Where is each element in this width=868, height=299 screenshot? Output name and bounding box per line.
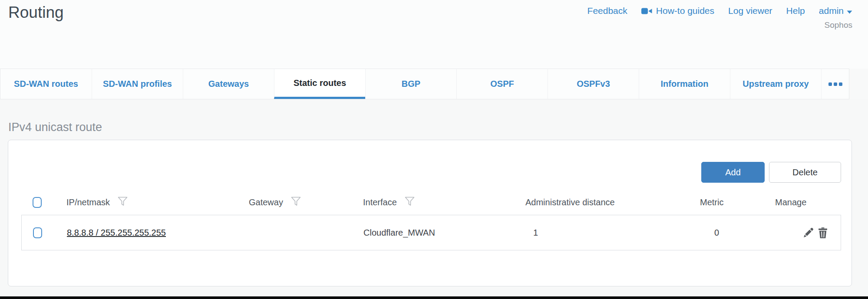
tab-upstream-proxy[interactable]: Upstream proxy <box>730 69 821 99</box>
cell-manage <box>776 227 841 239</box>
tab-ospfv3[interactable]: OSPFv3 <box>548 69 639 99</box>
column-label: Gateway <box>249 197 283 207</box>
header-checkbox-cell <box>21 197 66 208</box>
feedback-label: Feedback <box>587 6 627 16</box>
column-label: Administrative distance <box>525 197 615 207</box>
toolbar: Add Delete <box>21 162 841 183</box>
brand-label: Sophos <box>825 20 852 30</box>
column-header-gateway: Gateway <box>249 197 363 208</box>
how-to-guides-label: How-to guides <box>656 6 714 16</box>
cell-metric: 0 <box>700 228 776 238</box>
video-camera-icon <box>641 7 652 15</box>
cell-ip-netmask: 8.8.8.8 / 255.255.255.255 <box>67 228 249 238</box>
column-label: Metric <box>700 197 723 207</box>
section-title: IPv4 unicast route <box>8 121 102 134</box>
delete-icon[interactable] <box>818 227 828 239</box>
column-label: Manage <box>775 197 806 207</box>
admin-user-menu[interactable]: admin <box>819 6 852 16</box>
column-header-metric: Metric <box>700 197 775 207</box>
cell-administrative-distance: 1 <box>526 228 700 238</box>
tab-bar: SD-WAN routes SD-WAN profiles Gateways S… <box>0 69 849 99</box>
column-header-administrative-distance: Administrative distance <box>525 197 700 207</box>
tab-overflow-ellipsis-icon[interactable] <box>821 69 849 99</box>
header-nav: Feedback How-to guides Log viewer Help a… <box>587 6 852 16</box>
table-header-row: IP/netmask Gateway Interface Administrat… <box>21 190 841 215</box>
filter-icon[interactable] <box>405 197 415 208</box>
row-checkbox-cell <box>22 227 67 238</box>
routes-card: Add Delete IP/netmask Gateway Interface <box>8 140 852 286</box>
help-link[interactable]: Help <box>786 6 805 16</box>
filter-icon[interactable] <box>118 197 128 208</box>
tab-gateways[interactable]: Gateways <box>183 69 274 99</box>
content-area: IPv4 unicast route Add Delete IP/netmask… <box>0 99 868 297</box>
feedback-link[interactable]: Feedback <box>587 6 627 16</box>
column-header-manage: Manage <box>775 197 841 207</box>
route-link[interactable]: 8.8.8.8 / 255.255.255.255 <box>67 228 166 237</box>
tab-sd-wan-profiles[interactable]: SD-WAN profiles <box>92 69 183 99</box>
ellipsis-dot <box>839 82 842 86</box>
top-header: Routing Feedback How-to guides Log viewe… <box>0 0 868 69</box>
caret-down-icon <box>847 6 852 16</box>
page-title: Routing <box>8 3 64 22</box>
tab-bgp[interactable]: BGP <box>365 69 456 99</box>
filter-icon[interactable] <box>291 197 301 208</box>
delete-button[interactable]: Delete <box>769 162 841 183</box>
ellipsis-dot <box>828 82 832 86</box>
add-button[interactable]: Add <box>701 162 765 183</box>
edit-icon[interactable] <box>803 227 814 238</box>
table-row: 8.8.8.8 / 255.255.255.255 Cloudflare_MWA… <box>21 215 841 250</box>
log-viewer-label: Log viewer <box>728 6 772 16</box>
cell-interface: Cloudflare_MWAN <box>363 228 526 238</box>
screen-bottom-edge <box>0 296 868 299</box>
column-header-ip-netmask: IP/netmask <box>66 197 249 208</box>
tab-sd-wan-routes[interactable]: SD-WAN routes <box>0 69 92 99</box>
help-label: Help <box>786 6 805 16</box>
column-label: IP/netmask <box>66 197 110 207</box>
tab-static-routes[interactable]: Static routes <box>274 69 365 99</box>
admin-label: admin <box>819 6 844 16</box>
column-label: Interface <box>363 197 397 207</box>
row-checkbox[interactable] <box>33 227 42 238</box>
ellipsis-dot <box>834 82 837 86</box>
column-header-interface: Interface <box>363 197 525 208</box>
tab-ospf[interactable]: OSPF <box>456 69 548 99</box>
tab-information[interactable]: Information <box>639 69 730 99</box>
select-all-checkbox[interactable] <box>33 197 42 208</box>
how-to-guides-link[interactable]: How-to guides <box>641 6 714 16</box>
log-viewer-link[interactable]: Log viewer <box>728 6 772 16</box>
